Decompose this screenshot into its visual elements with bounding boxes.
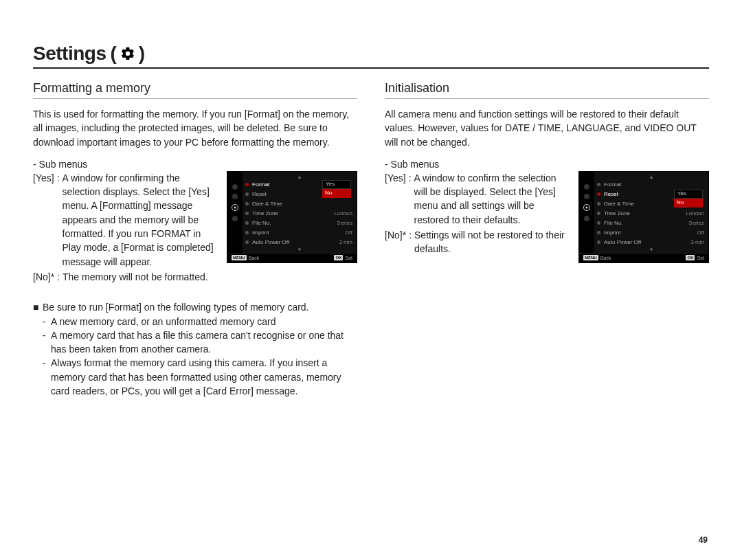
format-note-lead: Be sure to run [Format] on the following… xyxy=(43,300,309,314)
format-yes-val: A window for confirming the selection di… xyxy=(63,171,220,269)
svg-point-3 xyxy=(586,206,588,208)
svg-point-1 xyxy=(234,206,236,208)
page-number: 49 xyxy=(699,535,708,545)
right-column: Initialisation All camera menu and funct… xyxy=(385,81,709,398)
tab-dot-icon xyxy=(584,194,589,199)
option-no: No xyxy=(322,189,351,198)
camera-menu-row: File No.Series xyxy=(597,219,706,228)
settings-gear-icon xyxy=(120,45,136,62)
option-no: No xyxy=(674,199,703,208)
init-yes-row: [Yes] : A window to confirm the selectio… xyxy=(385,171,572,227)
colon: : xyxy=(406,171,414,227)
scroll-up-icon: ▲ xyxy=(597,175,706,180)
paren-close: ) xyxy=(139,43,145,65)
gear-icon xyxy=(231,203,239,212)
section-title-init: Initialisation xyxy=(385,81,709,99)
scroll-down-icon: ▼ xyxy=(597,247,706,253)
colon: : xyxy=(406,228,414,256)
tab-dot-icon xyxy=(232,216,238,221)
camera-footer: MENUBack OKSet xyxy=(227,253,357,262)
square-bullet-icon: ■ xyxy=(33,300,43,314)
option-yes: Yes xyxy=(674,190,703,199)
colon: : xyxy=(54,270,63,284)
camera-menu-row: ImprintOff xyxy=(245,228,354,238)
init-no-val: Settings will not be restored to their d… xyxy=(414,228,572,256)
camera-menu-row: Auto Power Off3 min xyxy=(597,238,706,247)
colon: : xyxy=(54,171,63,269)
menu-key-icon: MENU xyxy=(232,255,247,260)
format-intro: This is used for formatting the memory. … xyxy=(33,107,357,149)
gear-icon xyxy=(583,203,591,212)
paren-open: ( xyxy=(110,43,116,65)
init-yes-val: A window to confirm the selection will b… xyxy=(414,171,572,227)
camera-menu-row: Auto Power Off3 min xyxy=(245,238,354,247)
format-yes-key: [Yes] xyxy=(33,171,54,269)
init-sub-label: - Sub menus xyxy=(385,159,709,170)
format-no-row: [No]* : The memory will not be formatted… xyxy=(33,270,220,284)
camera-menu-row: Format xyxy=(597,180,706,190)
camera-footer: MENUBack OKSet xyxy=(579,253,708,262)
camera-side-tabs xyxy=(579,172,594,253)
camera-side-tabs xyxy=(227,172,243,253)
footer-set-label: Set xyxy=(345,256,352,260)
ok-key-icon: OK xyxy=(686,255,695,260)
camera-menu-row: Time ZoneLondon xyxy=(245,209,354,219)
tab-dot-icon xyxy=(584,216,589,221)
list-item: -A new memory card, or an unformatted me… xyxy=(43,315,357,328)
init-no-row: [No]* : Settings will not be restored to… xyxy=(385,228,572,256)
format-no-val: The memory will not be formatted. xyxy=(63,270,220,284)
scroll-up-icon: ▲ xyxy=(245,175,354,180)
camera-menu-row: Date & Time xyxy=(245,199,354,209)
option-yes: Yes xyxy=(322,180,351,189)
left-column: Formatting a memory This is used for for… xyxy=(33,81,357,398)
page-title-row: Settings ( ) xyxy=(33,43,709,69)
camera-menu-row: ImprintOff xyxy=(597,228,706,238)
tab-dot-icon xyxy=(232,184,238,190)
camera-menu-row: Time ZoneLondon xyxy=(597,209,706,219)
tab-dot-icon xyxy=(584,184,589,190)
format-notes: ■ Be sure to run [Format] on the followi… xyxy=(33,300,357,398)
list-item: -Always format the memory card using thi… xyxy=(43,356,357,398)
format-sub-label: - Sub menus xyxy=(33,159,357,170)
footer-back-label: Back xyxy=(600,256,611,260)
tab-dot-icon xyxy=(232,194,238,199)
footer-set-label: Set xyxy=(697,256,704,260)
camera-menu-preview-format: ▲ Format Reset Date & Time Time ZoneLond… xyxy=(227,171,357,263)
init-no-key: [No]* xyxy=(385,228,406,256)
format-no-key: [No]* xyxy=(33,270,54,284)
page-title: Settings xyxy=(33,43,106,65)
init-intro: All camera menu and function settings wi… xyxy=(385,107,709,149)
camera-option-popup: Yes No xyxy=(674,190,703,208)
menu-key-icon: MENU xyxy=(583,255,598,260)
format-yes-row: [Yes] : A window for confirming the sele… xyxy=(33,171,220,269)
init-yes-key: [Yes] xyxy=(385,171,406,227)
camera-option-popup: Yes No xyxy=(322,180,351,198)
footer-back-label: Back xyxy=(249,256,260,260)
scroll-down-icon: ▼ xyxy=(245,247,354,253)
camera-menu-row: File No.Series xyxy=(245,219,354,228)
ok-key-icon: OK xyxy=(334,255,343,260)
list-item: -A memory card that has a file this came… xyxy=(43,328,357,357)
section-title-format: Formatting a memory xyxy=(33,81,357,99)
camera-menu-preview-reset: ▲ Format Reset Date & Time Time ZoneLond… xyxy=(578,171,709,263)
